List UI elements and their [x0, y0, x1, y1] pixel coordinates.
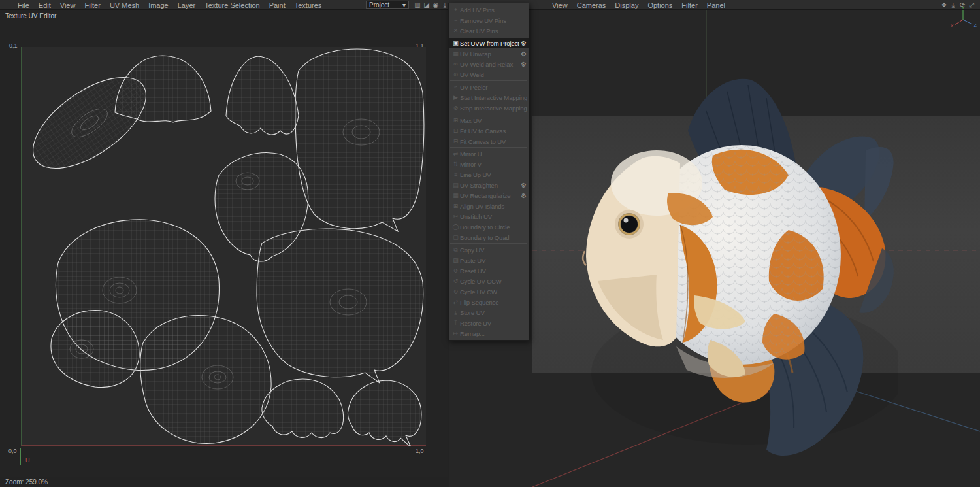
menu-item-cycle-uv-cw[interactable]: ↻Cycle UV CW — [449, 286, 529, 297]
menu-item-uv-weld-and-relax[interactable]: ∞UV Weld and Relax⚙ — [449, 59, 529, 69]
menu-item-label: Max UV — [460, 117, 527, 124]
gizmo-z-label: Z — [974, 23, 977, 27]
gear-icon[interactable]: ⚙ — [521, 40, 527, 47]
menu-panel[interactable]: Panel — [702, 1, 730, 9]
uv-canvas[interactable] — [21, 47, 426, 446]
menu-item-unstitch-uv[interactable]: ✂Unstitch UV — [449, 211, 529, 222]
menu-separator — [450, 243, 527, 244]
menu-item-uv-peeler[interactable]: ≈UV Peeler — [449, 82, 529, 92]
menu-item-label: Boundary to Quad — [460, 234, 527, 241]
menu-item-clear-uv-pins[interactable]: ✕Clear UV Pins — [449, 25, 529, 36]
menu-item-store-uv[interactable]: ⤓Store UV — [449, 307, 529, 318]
uv-island-bottom-blob[interactable] — [140, 316, 271, 444]
menu-item-cycle-uv-ccw[interactable]: ↺Cycle UV CCW — [449, 276, 529, 286]
gear-icon[interactable]: ⚙ — [521, 50, 527, 58]
menu-item-reset-uv[interactable]: ↺Reset UV — [449, 265, 529, 276]
menu-item-set-uvw-from-projection[interactable]: ▣Set UVW from Projection⚙ — [449, 38, 529, 48]
status-bar: Zoom: 259.0% — [0, 477, 448, 487]
menu-item-align-uv-islands[interactable]: ⊞Align UV Islands — [449, 201, 529, 211]
rectangularize-icon: ▦ — [451, 192, 460, 199]
menu-item-label: UV Rectangularize — [460, 192, 519, 199]
menu-edit[interactable]: Edit — [34, 1, 56, 9]
menu-separator — [450, 80, 527, 81]
menu-item-mirror-u[interactable]: ⇌Mirror U — [449, 148, 529, 159]
menu-view[interactable]: View — [56, 1, 80, 9]
uv-island-scallop1[interactable] — [262, 379, 344, 438]
menu-view-3d[interactable]: View — [547, 1, 572, 9]
menu-texture-selection[interactable]: Texture Selection — [200, 1, 264, 9]
menu-item-fit-canvas-to-uv[interactable]: ⊟Fit Canvas to UV — [449, 136, 529, 146]
menu-item-remap[interactable]: ↦Remap... — [449, 328, 529, 339]
menu-uv-mesh[interactable]: UV Mesh — [105, 1, 144, 9]
project-dropdown[interactable]: Project ▾ — [366, 1, 409, 9]
uv-island-fan1[interactable] — [115, 56, 211, 122]
menu-display[interactable]: Display — [610, 1, 643, 9]
menu-item-add-uv-pins[interactable]: +Add UV Pins — [449, 5, 529, 15]
menu-item-label: Align UV Islands — [460, 203, 527, 210]
menu-item-paste-uv[interactable]: ▧Paste UV — [449, 255, 529, 265]
menu-separator — [450, 147, 527, 148]
uv-island-body-right-top[interactable] — [295, 49, 424, 231]
menu-filter[interactable]: Filter — [80, 1, 105, 9]
menu-item-label: UV Unwrap — [460, 50, 519, 58]
menu-paint[interactable]: Paint — [265, 1, 290, 9]
uv-islands[interactable] — [22, 49, 424, 446]
menu-separator — [450, 37, 527, 37]
menu-item-fit-uv-to-canvas[interactable]: ⊡Fit UV to Canvas — [449, 126, 529, 136]
menu-item-label: Stop Interactive Mapping — [460, 105, 527, 112]
menu-item-label: Flip Sequence — [460, 299, 527, 306]
uv-island-small-round[interactable] — [51, 311, 139, 388]
gear-icon[interactable]: ⚙ — [521, 192, 527, 199]
panel-title: Texture UV Editor — [5, 12, 56, 20]
menu-item-mirror-v[interactable]: ⇅Mirror V — [449, 159, 529, 169]
mirror-u-icon: ⇌ — [451, 150, 460, 157]
menu-item-restore-uv[interactable]: ⤒Restore UV — [449, 318, 529, 328]
hamburger-icon[interactable]: ☰ — [534, 2, 547, 8]
menu-item-flip-sequence[interactable]: ⇄Flip Sequence — [449, 297, 529, 307]
stats-icon[interactable]: ▥ — [413, 1, 422, 8]
menu-item-remove-uv-pins[interactable]: −Remove UV Pins — [449, 15, 529, 25]
menu-cameras[interactable]: Cameras — [572, 1, 611, 9]
menu-item-copy-uv[interactable]: ⧉Copy UV — [449, 244, 529, 255]
menu-item-label: Restore UV — [460, 320, 527, 327]
pan-icon[interactable]: ❖ — [939, 1, 949, 8]
axis-gizmo[interactable]: Y X Z — [949, 4, 979, 30]
menu-item-label: Fit UV to Canvas — [460, 127, 527, 135]
gizmo-y-label: Y — [962, 5, 965, 10]
fish-model — [559, 65, 898, 464]
menu-item-uv-weld[interactable]: ⊕UV Weld — [449, 69, 529, 80]
gear-icon[interactable]: ⚙ — [521, 61, 527, 68]
restore-icon: ⤒ — [451, 320, 460, 327]
menu-item-start-interactive-mapping[interactable]: ▶Start Interactive Mapping — [449, 92, 529, 103]
menu-file[interactable]: File — [13, 1, 34, 9]
menu-item-uv-straighten[interactable]: ▤UV Straighten⚙ — [449, 180, 529, 190]
hamburger-icon[interactable]: ☰ — [0, 2, 13, 8]
menu-item-max-uv[interactable]: ⊞Max UV — [449, 115, 529, 126]
menu-item-label: Remap... — [460, 330, 527, 337]
menu-item-label: UV Weld — [460, 71, 527, 78]
lock-icon[interactable]: ◪ — [422, 1, 431, 8]
uv-corner-label-10: 1,0 — [416, 448, 424, 454]
menu-options[interactable]: Options — [643, 1, 677, 9]
menu-filter-3d[interactable]: Filter — [677, 1, 702, 9]
store-icon: ⤓ — [451, 309, 460, 316]
menu-layer[interactable]: Layer — [173, 1, 201, 9]
menu-item-uv-unwrap[interactable]: ▦UV Unwrap⚙ — [449, 48, 529, 59]
fit-uv-icon: ⊡ — [451, 127, 460, 134]
menu-textures[interactable]: Textures — [290, 1, 327, 9]
menu-item-line-up-uv[interactable]: ≡Line Up UV — [449, 169, 529, 180]
menu-item-boundary-to-quad[interactable]: ▢Boundary to Quad — [449, 232, 529, 243]
menu-item-stop-interactive-mapping[interactable]: ⊘Stop Interactive Mapping — [449, 103, 529, 113]
copy-icon: ⧉ — [451, 246, 460, 254]
menu-image[interactable]: Image — [144, 1, 173, 9]
gear-icon[interactable]: ⚙ — [521, 182, 527, 189]
uv-island-scallop2[interactable] — [348, 380, 421, 446]
menu-item-uv-rectangularize[interactable]: ▦UV Rectangularize⚙ — [449, 190, 529, 201]
menu-item-boundary-to-circle[interactable]: ◯Boundary to Circle — [449, 222, 529, 232]
flip-icon: ⇄ — [451, 299, 460, 305]
scissors-icon: ✂ — [451, 213, 460, 220]
eye-icon[interactable]: ◉ — [431, 1, 440, 8]
menu-item-label: UV Weld and Relax — [460, 61, 519, 68]
uv-island-fan2[interactable] — [226, 56, 299, 135]
right-menu-group: ☰ View Cameras Display Options Filter Pa… — [534, 0, 730, 10]
